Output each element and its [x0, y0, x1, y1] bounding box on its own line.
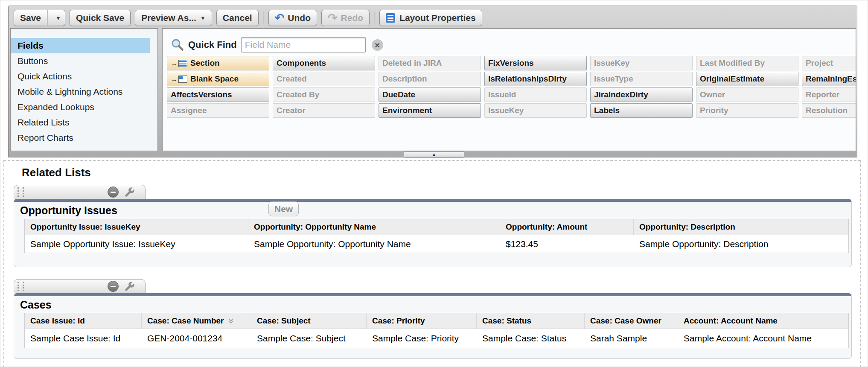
- preview-as-button[interactable]: Preview As...▼: [135, 10, 212, 26]
- edit-properties-wrench-icon[interactable]: [124, 186, 135, 198]
- quick-find-input[interactable]: [241, 37, 366, 52]
- cases-related-list-panel: CasesCase Issue: IdCase: Case NumberCase…: [14, 293, 852, 359]
- sidebar-item-mobile-lightning-actions[interactable]: Mobile & Lightning Actions: [11, 84, 150, 99]
- table-cell: Sample Opportunity: Opportunity Name: [248, 235, 500, 253]
- table-cell: GEN-2004-001234: [142, 329, 251, 348]
- sidebar-list: FieldsButtonsQuick ActionsMobile & Light…: [11, 29, 157, 146]
- palette-item-label: IssueKey: [488, 106, 524, 115]
- palette-item-label: IssueKey: [594, 58, 629, 68]
- new-button: New: [268, 201, 299, 216]
- redo-button: ↷Redo: [321, 10, 370, 26]
- sort-descending-icon: [227, 317, 234, 324]
- palette-item-label: Resolution: [806, 106, 848, 115]
- sidebar-item-quick-actions[interactable]: Quick Actions: [11, 69, 150, 84]
- field-palette: Quick Find × →Section→Blank SpaceAffects…: [162, 28, 856, 151]
- palette-item-priority: Priority: [696, 103, 798, 118]
- page-layout-editor: Save ▼ Quick Save Preview As...▼ Cancel …: [0, 0, 868, 367]
- palette-item-jiraindexdirty[interactable]: JiraIndexDirty: [590, 87, 693, 102]
- palette-item-remainingestimate[interactable]: RemainingEstimate: [802, 72, 856, 86]
- palette-item-resolution: Resolution: [802, 103, 856, 118]
- palette-item-owner: Owner: [696, 87, 798, 102]
- palette-item-label: Description: [382, 74, 427, 84]
- sidebar-item-expanded-lookups[interactable]: Expanded Lookups: [11, 99, 150, 115]
- palette-item-label: Reporter: [806, 90, 839, 99]
- table-cell: Sample Case: Status: [477, 329, 585, 348]
- save-button[interactable]: Save: [14, 10, 47, 26]
- palette-item-originalestimate[interactable]: OriginalEstimate: [696, 72, 798, 86]
- palette-item-description: Description: [379, 72, 481, 86]
- palette-grid: →Section→Blank SpaceAffectsVersionsAssig…: [167, 56, 856, 118]
- chevron-down-icon: ▼: [200, 15, 206, 21]
- palette-item-label: JiraIndexDirty: [594, 90, 648, 99]
- drag-handle-icon[interactable]: [17, 282, 24, 291]
- palette-item-isrelationshipsdirty[interactable]: isRelationshipsDirty: [484, 72, 587, 86]
- palette-item-fixversions[interactable]: FixVersions: [484, 56, 587, 70]
- clear-search-button[interactable]: ×: [372, 39, 383, 51]
- remove-cases-button[interactable]: [108, 281, 119, 292]
- palette-item-affectsversions[interactable]: AffectsVersions: [167, 87, 269, 102]
- cancel-button[interactable]: Cancel: [216, 10, 259, 26]
- blank-space-icon: [178, 76, 187, 83]
- table-cell: Sample Case: Subject: [251, 329, 367, 348]
- table-row: Sample Opportunity Issue: IssueKeySample…: [24, 235, 849, 253]
- palette-item-assignee: Assignee: [167, 103, 269, 118]
- related-list-title: Cases: [20, 299, 52, 311]
- related-list-title: Opportunity Issues: [20, 204, 117, 217]
- palette-item-label: Blank Space: [190, 74, 239, 84]
- opportunity-issues-related-list-panel: Opportunity IssuesNewOpportunity Issue: …: [14, 199, 852, 267]
- palette-item-duedate[interactable]: DueDate: [379, 87, 481, 102]
- sidebar-item-related-lists[interactable]: Related Lists: [11, 115, 150, 130]
- palette-item-label: IssueType: [594, 74, 633, 84]
- column-header: Opportunity: Amount: [500, 219, 634, 235]
- drag-arrow-icon: →: [171, 76, 177, 83]
- sidebar-item-buttons[interactable]: Buttons: [11, 53, 150, 69]
- layout-editor-frame: Save ▼ Quick Save Preview As...▼ Cancel …: [8, 6, 857, 157]
- drag-handle-icon[interactable]: [17, 187, 24, 197]
- chevron-down-icon: ▼: [55, 15, 61, 21]
- opportunity-issues-preview-table: Opportunity Issue: IssueKeyOpportunity: …: [24, 219, 849, 253]
- palette-item-last-modified-by: Last Modified By: [696, 56, 798, 70]
- column-header: Case: Case Number: [142, 313, 251, 329]
- column-header: Opportunity Issue: IssueKey: [25, 219, 248, 235]
- sidebar-item-fields[interactable]: Fields: [11, 38, 150, 53]
- toolbar-separator: [374, 12, 375, 24]
- collapse-palette-button[interactable]: ▲: [404, 151, 464, 158]
- opportunity-issues-drag-tab[interactable]: [14, 185, 146, 199]
- palette-item-blank-space[interactable]: →Blank Space: [167, 72, 269, 86]
- cases-drag-tab[interactable]: [14, 279, 146, 293]
- palette-item-issueid: IssueId: [484, 87, 587, 102]
- quick-find-label: Quick Find: [188, 39, 237, 50]
- palette-item-issuekey: IssueKey: [590, 56, 693, 70]
- save-dropdown-button[interactable]: ▼: [47, 10, 65, 26]
- cases-preview-table: Case Issue: IdCase: Case NumberCase: Sub…: [24, 313, 849, 348]
- chevron-up-icon: ▲: [432, 152, 436, 157]
- palette-item-label: Created: [277, 74, 307, 84]
- palette-item-label: Priority: [700, 106, 728, 115]
- column-header: Account: Account Name: [678, 313, 848, 329]
- palette-item-section[interactable]: →Section: [167, 56, 269, 70]
- palette-item-label: Labels: [594, 106, 620, 115]
- undo-button[interactable]: ↶Undo: [268, 10, 317, 26]
- palette-item-label: Components: [277, 58, 326, 68]
- palette-item-label: OriginalEstimate: [700, 74, 764, 84]
- section-icon: [178, 60, 187, 67]
- palette-item-components[interactable]: Components: [273, 56, 375, 70]
- table-row: Sample Case Issue: IdGEN-2004-001234Samp…: [24, 329, 849, 348]
- save-split-button: Save ▼: [14, 10, 65, 26]
- edit-properties-wrench-icon[interactable]: [124, 281, 135, 292]
- layout-properties-button[interactable]: Layout Properties: [379, 10, 482, 26]
- remove-opportunity-issues-button[interactable]: [108, 186, 119, 198]
- palette-item-environment[interactable]: Environment: [379, 103, 481, 118]
- related-list-widgets: Opportunity IssuesNewOpportunity Issue: …: [4, 185, 860, 359]
- search-icon: [170, 38, 185, 52]
- table-cell: Sample Opportunity Issue: IssueKey: [25, 235, 248, 253]
- column-header: Case: Status: [477, 313, 585, 329]
- sidebar-item-report-charts[interactable]: Report Charts: [11, 130, 150, 146]
- quick-save-button[interactable]: Quick Save: [70, 10, 131, 26]
- palette-item-label: Environment: [382, 106, 432, 115]
- palette-item-issuekey: IssueKey: [484, 103, 587, 118]
- palette-item-labels[interactable]: Labels: [590, 103, 693, 118]
- toolbar-separator: [263, 12, 264, 24]
- toolbar: Save ▼ Quick Save Preview As...▼ Cancel …: [14, 9, 482, 27]
- column-header: Opportunity: Description: [634, 219, 848, 235]
